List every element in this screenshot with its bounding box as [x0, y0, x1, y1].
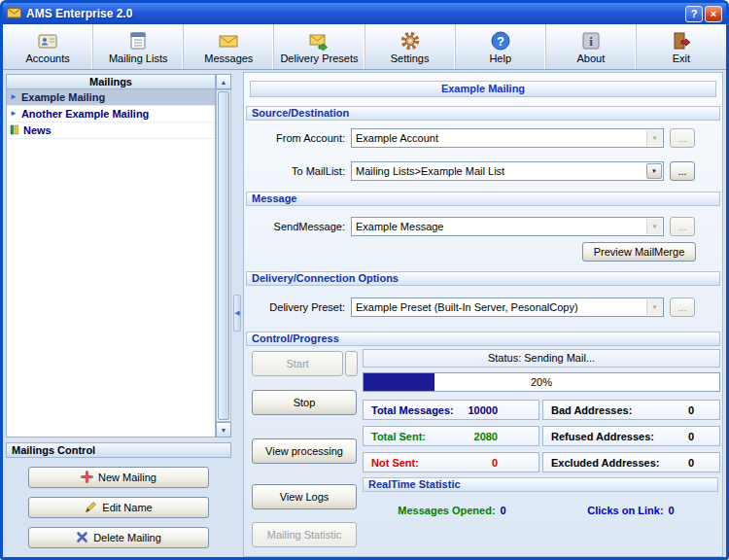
mailings-list: ► Example Mailing ► Another Example Mail…: [6, 89, 216, 438]
stat-value: 0: [669, 502, 675, 519]
mailing-title: Example Mailing: [250, 81, 716, 97]
preview-mailmerge-button[interactable]: Preview MailMerge: [582, 242, 696, 262]
clicks-on-link-stat: Clicks on Link: 0: [541, 502, 720, 519]
settings-icon: [399, 29, 421, 52]
edit-name-button[interactable]: Edit Name: [28, 497, 209, 518]
delivery-preset-browse-button[interactable]: ...: [670, 298, 695, 317]
stat-total-sent: Total Sent: 2080: [363, 426, 539, 446]
stat-refused-addresses: Refused Addresses: 0: [542, 426, 720, 446]
delivery-preset-value: Example Preset (Built-In Server, Pesonal…: [356, 298, 645, 316]
button-label: Edit Name: [102, 502, 152, 513]
messages-opened-stat: Messages Opened: 0: [363, 502, 541, 519]
scrollbar-track[interactable]: [216, 89, 231, 422]
stat-label: Total Sent:: [371, 431, 426, 442]
from-account-row: From Account: Example Account ▼ ...: [244, 128, 724, 148]
section-control-progress: Control/Progress: [246, 332, 720, 346]
window-title: AMS Enterprise 2.0: [26, 7, 680, 20]
send-message-combo[interactable]: Example Message ▼: [351, 217, 664, 236]
view-logs-button[interactable]: View Logs: [252, 484, 357, 509]
send-message-row: SendMessage: Example Message ▼ ...: [244, 217, 724, 236]
dropdown-arrow-icon[interactable]: ▼: [646, 299, 662, 315]
toolbar-label: Exit: [673, 52, 690, 64]
stat-label: Bad Addresses:: [551, 404, 632, 416]
stat-bad-addresses: Bad Addresses: 0: [542, 400, 720, 420]
from-account-label: From Account:: [244, 128, 345, 148]
mailings-panel-header: Mailings: [6, 74, 216, 89]
toolbar-button-about[interactable]: i About: [546, 24, 637, 69]
to-maillist-combo[interactable]: Mailing Lists>Example Mail List ▼: [351, 161, 664, 181]
list-item-label: Another Example Mailing: [21, 108, 149, 120]
arrow-icon: ►: [10, 110, 17, 118]
help-icon: ?: [490, 29, 511, 52]
toolbar-button-delivery-presets[interactable]: Delivery Presets: [274, 24, 364, 69]
news-icon: [10, 124, 19, 137]
realtime-row: Messages Opened: 0 Clicks on Link: 0: [363, 502, 720, 519]
stat-value: 10000: [468, 404, 498, 416]
mailing-statistic-button[interactable]: Mailing Statistic: [252, 522, 357, 547]
mailings-control-header: Mailings Control: [6, 442, 231, 458]
collapse-arrow-icon: ◀: [234, 309, 239, 317]
send-message-browse-button[interactable]: ...: [670, 217, 695, 236]
help-titlebar-button[interactable]: ?: [685, 6, 703, 22]
about-icon: i: [580, 29, 602, 52]
toolbar-label: Settings: [391, 52, 430, 64]
cross-icon: [76, 531, 88, 545]
stat-total-messages: Total Messages: 10000: [363, 400, 539, 420]
toolbar-button-messages[interactable]: Messages: [184, 24, 274, 69]
dropdown-arrow-icon[interactable]: ▼: [646, 163, 662, 179]
stat-value: 0: [688, 404, 694, 416]
panel-splitter-handle[interactable]: ◀: [233, 295, 241, 332]
list-item-news[interactable]: News: [7, 122, 215, 139]
from-account-browse-button[interactable]: ...: [670, 128, 695, 148]
plus-icon: [81, 471, 93, 485]
pen-icon: [85, 501, 97, 515]
stat-label: Clicks on Link:: [587, 502, 663, 519]
stat-value: 2080: [474, 431, 498, 442]
stat-not-sent: Not Sent: 0: [363, 452, 539, 472]
toolbar-label: Accounts: [25, 52, 69, 64]
progress-bar: 20%: [363, 372, 720, 392]
stat-label: Not Sent:: [371, 457, 419, 469]
toolbar-button-settings[interactable]: Settings: [365, 24, 456, 69]
arrow-icon: ►: [10, 93, 17, 101]
toolbar-button-mailing-lists[interactable]: Mailing Lists: [93, 24, 184, 69]
delete-mailing-button[interactable]: Delete Mailing: [28, 527, 209, 548]
stop-button[interactable]: Stop: [252, 390, 357, 415]
scroll-down-icon[interactable]: ▼: [216, 422, 231, 438]
toolbar-button-exit[interactable]: Exit: [637, 24, 726, 69]
new-mailing-button[interactable]: New Mailing: [28, 467, 209, 488]
toolbar-label: Help: [489, 52, 511, 64]
toolbar-label: About: [576, 52, 605, 64]
stat-excluded-addresses: Excluded Addresses: 0: [542, 452, 720, 472]
from-account-value: Example Account: [356, 129, 645, 147]
to-maillist-label: To MailList:: [244, 161, 345, 181]
scrollbar-thumb[interactable]: [218, 91, 229, 420]
close-button[interactable]: ×: [705, 6, 722, 22]
svg-text:?: ?: [497, 34, 504, 49]
button-label: Delete Mailing: [93, 532, 161, 543]
stat-label: Messages Opened:: [398, 502, 495, 519]
main-panel: Example Mailing Source/Destination From …: [243, 72, 723, 557]
dropdown-arrow-icon[interactable]: ▼: [646, 219, 662, 234]
list-item-another-example-mailing[interactable]: ► Another Example Mailing: [7, 106, 215, 122]
toolbar: Accounts Mailing Lists Messages Delivery…: [3, 24, 726, 70]
start-split-strip[interactable]: [345, 351, 358, 376]
from-account-combo[interactable]: Example Account ▼: [351, 128, 664, 148]
status-text: Status: Sending Mail...: [363, 349, 720, 368]
toolbar-label: Messages: [204, 52, 253, 64]
send-message-label: SendMessage:: [244, 217, 345, 236]
dropdown-arrow-icon[interactable]: ▼: [646, 130, 662, 146]
toolbar-label: Mailing Lists: [109, 52, 168, 64]
scroll-up-icon[interactable]: ▲: [216, 74, 231, 89]
toolbar-button-help[interactable]: ? Help: [456, 24, 546, 69]
app-window: AMS Enterprise 2.0 ? × Accounts Mailing …: [0, 0, 729, 560]
list-item-label: Example Mailing: [21, 91, 105, 103]
delivery-preset-combo[interactable]: Example Preset (Built-In Server, Pesonal…: [351, 298, 664, 317]
stat-value: 0: [688, 457, 694, 469]
list-item-example-mailing[interactable]: ► Example Mailing: [7, 89, 215, 106]
to-maillist-browse-button[interactable]: ...: [670, 161, 695, 181]
start-button[interactable]: Start: [252, 351, 343, 376]
view-processing-button[interactable]: View processing: [252, 438, 357, 464]
section-realtime-statistic: RealTime Statistic: [363, 477, 718, 492]
toolbar-button-accounts[interactable]: Accounts: [3, 24, 93, 69]
